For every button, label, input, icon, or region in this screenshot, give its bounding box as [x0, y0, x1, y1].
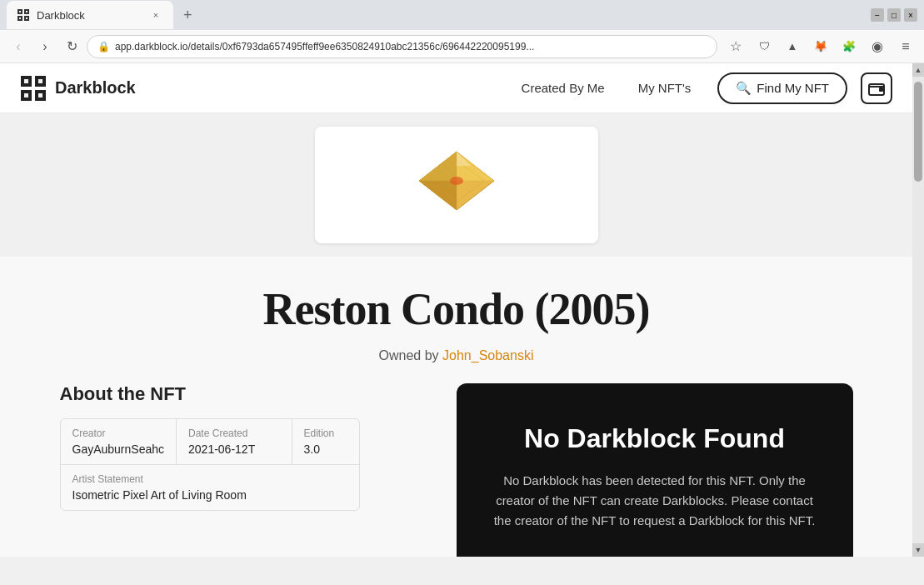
owned-by-label: Owned by	[379, 348, 439, 362]
page-wrapper: Darkblock Created By Me My NFT's 🔍 Find …	[0, 63, 924, 557]
darkblock-title: No Darkblock Found	[490, 423, 820, 454]
title-bar: Darkblock × + − □ ×	[0, 0, 924, 30]
address-text: app.darkblock.io/details/0xf6793da657495…	[115, 41, 707, 52]
logo-icon	[20, 75, 47, 102]
search-icon: 🔍	[736, 81, 752, 96]
bookmark-icon[interactable]: ☆	[724, 35, 747, 58]
nft-owner: Owned by John_Sobanski	[0, 348, 912, 383]
scrollbar-thumb[interactable]	[914, 82, 922, 182]
nft-info-table: Creator GayAuburnSeahc Date Created 2021…	[60, 418, 360, 511]
tab-favicon	[17, 8, 30, 22]
main-content: Reston Condo (2005) Owned by John_Sobans…	[0, 113, 912, 557]
site-header: Darkblock Created By Me My NFT's 🔍 Find …	[0, 63, 912, 113]
profile-icon[interactable]: ◉	[866, 35, 889, 58]
table-row-2: Artist Statement Isometric Pixel Art of …	[61, 465, 359, 510]
page-content: Darkblock Created By Me My NFT's 🔍 Find …	[0, 63, 912, 557]
brave-alert-icon[interactable]: ▲	[781, 35, 804, 58]
svg-rect-6	[19, 18, 21, 19]
browser-nav-right: ☆ 🛡 ▲ 🦊 🧩 ◉ ≡	[724, 35, 917, 58]
find-nft-button[interactable]: 🔍 Find My NFT	[717, 72, 847, 104]
creator-label: Creator	[72, 428, 165, 439]
extensions-icon[interactable]: 🧩	[837, 35, 861, 58]
my-nfts-link[interactable]: My NFT's	[625, 74, 705, 102]
about-title: About the NFT	[60, 383, 430, 405]
nft-title: Reston Condo (2005)	[20, 283, 892, 335]
owner-link[interactable]: John_Sobanski	[442, 348, 533, 362]
svg-rect-13	[38, 79, 42, 83]
svg-point-26	[450, 177, 463, 185]
date-value: 2021-06-12T	[188, 442, 279, 456]
wallet-button[interactable]	[861, 72, 892, 104]
maximize-button[interactable]: □	[887, 8, 901, 22]
scroll-down-button[interactable]: ▼	[912, 543, 924, 557]
new-tab-button[interactable]: +	[173, 1, 202, 29]
active-tab[interactable]: Darkblock ×	[7, 1, 173, 29]
close-button[interactable]: ×	[904, 8, 917, 22]
scrollbar[interactable]: ▲ ▼	[912, 63, 924, 557]
logo-text: Darkblock	[55, 78, 136, 98]
browser-chrome: Darkblock × + − □ × ‹ › ↻ 🔒 app.darkbloc…	[0, 0, 924, 63]
about-section: About the NFT Creator GayAuburnSeahc Dat…	[60, 383, 457, 557]
date-label: Date Created	[188, 428, 279, 439]
nft-title-area: Reston Condo (2005)	[0, 257, 912, 348]
svg-rect-17	[879, 88, 883, 92]
svg-rect-15	[38, 93, 42, 98]
edition-cell: Edition 3.0	[292, 419, 359, 464]
fox-extension-icon[interactable]: 🦊	[809, 35, 832, 58]
scroll-up-button[interactable]: ▲	[912, 63, 924, 77]
creator-cell: Creator GayAuburnSeahc	[61, 419, 177, 464]
artist-statement-label: Artist Statement	[72, 473, 347, 485]
svg-rect-4	[19, 11, 21, 12]
created-by-me-link[interactable]: Created By Me	[508, 74, 618, 102]
tab-bar: Darkblock × +	[7, 1, 202, 29]
brave-shield-icon[interactable]: 🛡	[752, 35, 776, 58]
svg-rect-5	[26, 11, 27, 12]
back-button[interactable]: ‹	[7, 35, 30, 58]
header-nav: Created By Me My NFT's 🔍 Find My NFT	[508, 72, 892, 104]
nft-artwork	[411, 148, 502, 222]
creator-value: GayAuburnSeahc	[72, 442, 165, 456]
tab-title: Darkblock	[37, 9, 85, 22]
refresh-button[interactable]: ↻	[60, 35, 83, 58]
minimize-button[interactable]: −	[871, 8, 884, 22]
svg-rect-7	[26, 18, 27, 19]
menu-icon[interactable]: ≡	[894, 35, 917, 58]
find-nft-label: Find My NFT	[757, 81, 829, 95]
two-col-layout: About the NFT Creator GayAuburnSeahc Dat…	[40, 383, 873, 557]
edition-value: 3.0	[304, 442, 347, 456]
table-row-1: Creator GayAuburnSeahc Date Created 2021…	[61, 419, 359, 465]
logo-area: Darkblock	[20, 75, 136, 102]
artist-statement-cell: Artist Statement Isometric Pixel Art of …	[61, 465, 359, 510]
svg-marker-21	[419, 152, 457, 181]
darkblock-box: No Darkblock Found No Darkblock has been…	[457, 383, 853, 557]
svg-rect-12	[24, 79, 28, 83]
artist-statement-value: Isometric Pixel Art of Living Room	[72, 488, 347, 502]
nft-image-area	[0, 113, 912, 257]
address-bar[interactable]: 🔒 app.darkblock.io/details/0xf6793da6574…	[87, 35, 717, 58]
svg-marker-19	[457, 152, 494, 181]
svg-marker-20	[419, 181, 457, 210]
svg-rect-14	[24, 93, 28, 98]
lock-icon: 🔒	[97, 41, 110, 52]
forward-button[interactable]: ›	[33, 35, 57, 58]
nav-bar: ‹ › ↻ 🔒 app.darkblock.io/details/0xf6793…	[0, 30, 924, 63]
edition-label: Edition	[304, 428, 347, 439]
date-cell: Date Created 2021-06-12T	[177, 419, 292, 464]
window-controls: − □ ×	[871, 8, 917, 22]
nft-image-card	[315, 127, 598, 243]
darkblock-message: No Darkblock has been detected for this …	[490, 471, 820, 531]
tab-close-button[interactable]: ×	[148, 8, 163, 22]
